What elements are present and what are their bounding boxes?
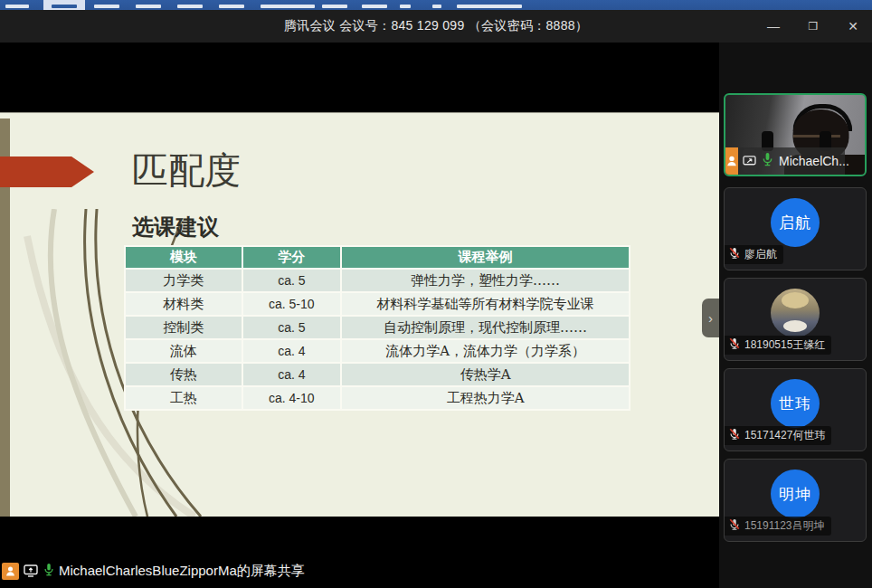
mic-muted-icon xyxy=(728,518,741,535)
participant-tile[interactable]: 18190515王缘红 xyxy=(724,278,867,361)
mic-muted-icon xyxy=(728,247,741,263)
close-button[interactable]: ✕ xyxy=(839,13,867,40)
participant-name: MichaelCh... xyxy=(779,154,849,168)
col-header-courses: 课程举例 xyxy=(341,246,630,269)
app-window: 腾讯会议 会议号：845 129 099 （会议密码：8888） — ❒ ✕ 匹… xyxy=(0,0,872,588)
share-status-text: MichaelCharlesBlueZipporMa的屏幕共享 xyxy=(59,563,305,580)
ribbon-tab-fragment xyxy=(177,5,203,8)
participant-info-bar: 15191123吕明坤 xyxy=(725,517,831,536)
host-icon xyxy=(725,147,738,175)
ribbon-tab-fragment xyxy=(457,5,522,8)
participants-sidebar: MichaelCh... 启航 廖启航 xyxy=(719,43,872,588)
mic-muted-icon xyxy=(728,337,741,354)
ribbon-icon-fragment xyxy=(432,5,441,8)
participant-info-bar: 廖启航 xyxy=(725,245,783,264)
screen-share-status: MichaelCharlesBlueZipporMa的屏幕共享 xyxy=(2,559,305,583)
col-header-module: 模块 xyxy=(125,246,242,269)
participant-info-bar: MichaelCh... xyxy=(725,147,845,175)
mic-on-icon xyxy=(761,152,774,170)
presentation-slide: 匹配度 选课建议 模块 学分 课程举例 力学类 ca. 5 弹性力学，塑性力学…… xyxy=(0,112,719,517)
titlebar[interactable]: 腾讯会议 会议号：845 129 099 （会议密码：8888） — ❒ ✕ xyxy=(0,10,872,43)
mic-on-icon xyxy=(43,563,55,580)
presenter-icon xyxy=(2,563,19,580)
shared-screen-view: 匹配度 选课建议 模块 学分 课程举例 力学类 ca. 5 弹性力学，塑性力学…… xyxy=(0,43,719,588)
avatar: 启航 xyxy=(771,198,820,247)
table-row: 控制类 ca. 5 自动控制原理，现代控制原理…… xyxy=(125,316,630,339)
collapse-sidebar-handle[interactable]: › xyxy=(702,299,719,337)
ribbon-tab-fragment xyxy=(5,5,29,8)
main-area: 匹配度 选课建议 模块 学分 课程举例 力学类 ca. 5 弹性力学，塑性力学…… xyxy=(0,43,872,588)
mic-muted-icon xyxy=(728,428,741,444)
ribbon-tab-fragment xyxy=(322,5,347,8)
screen-share-icon xyxy=(23,563,39,579)
col-header-credits: 学分 xyxy=(242,246,342,269)
ribbon-tab-fragment xyxy=(136,5,161,8)
slide-title: 匹配度 xyxy=(132,146,241,195)
avatar: 明坤 xyxy=(771,469,820,518)
ribbon-tab-fragment xyxy=(362,5,387,8)
participant-tile-video[interactable]: MichaelCh... xyxy=(724,93,867,176)
course-table: 模块 学分 课程举例 力学类 ca. 5 弹性力学，塑性力学…… 材料类 ca.… xyxy=(124,245,630,411)
participant-tile[interactable]: 启航 廖启航 xyxy=(724,187,867,270)
participant-tile[interactable]: 世玮 15171427何世玮 xyxy=(724,368,867,451)
ribbon-tab-fragment xyxy=(94,5,119,8)
participant-name: 15191123吕明坤 xyxy=(744,518,825,534)
maximize-button[interactable]: ❒ xyxy=(800,13,827,40)
table-row: 流体 ca. 4 流体力学A，流体力学（力学系） xyxy=(125,339,630,363)
participant-info-bar: 18190515王缘红 xyxy=(725,336,831,355)
ribbon-tab-fragment xyxy=(261,5,315,8)
window-controls: — ❒ ✕ xyxy=(760,10,867,43)
ribbon-active-tab-fragment xyxy=(43,0,85,10)
table-row: 传热 ca. 4 传热学A xyxy=(125,363,630,386)
table-row: 工热 ca. 4-10 工程热力学A xyxy=(125,386,630,410)
participant-name: 18190515王缘红 xyxy=(744,337,825,353)
table-row: 力学类 ca. 5 弹性力学，塑性力学…… xyxy=(125,269,630,292)
ribbon-icon-fragment xyxy=(400,5,411,8)
minimize-button[interactable]: — xyxy=(760,13,787,40)
background-ribbon-strip xyxy=(0,0,872,10)
participant-tile[interactable]: 明坤 15191123吕明坤 xyxy=(724,459,867,542)
participant-info-bar: 15171427何世玮 xyxy=(725,426,831,445)
table-row: 材料类 ca. 5-10 材料科学基础等所有材料学院专业课 xyxy=(125,292,630,316)
participant-name: 廖启航 xyxy=(744,247,777,262)
meeting-title: 腾讯会议 会议号：845 129 099 （会议密码：8888） xyxy=(284,18,588,34)
participant-name: 15171427何世玮 xyxy=(744,428,825,443)
chevron-right-icon: › xyxy=(708,310,713,326)
avatar-photo xyxy=(771,289,820,337)
avatar: 世玮 xyxy=(771,379,820,428)
title-arrow-decoration xyxy=(0,156,94,187)
screen-share-icon xyxy=(743,149,756,173)
table-header-row: 模块 学分 课程举例 xyxy=(125,246,630,269)
ribbon-tab-fragment xyxy=(219,5,244,8)
slide-subtitle: 选课建议 xyxy=(132,213,219,242)
